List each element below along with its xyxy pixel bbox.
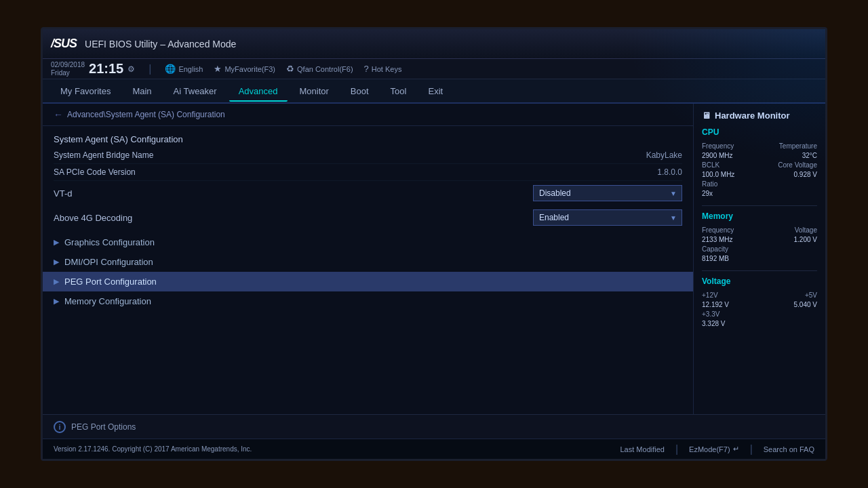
mem-volt-value: 1.200 V <box>794 236 817 243</box>
footer-actions: Last Modified | EzMode(F7) ↵ | Search on… <box>620 443 815 455</box>
cpu-section: CPU Frequency Temperature 2900 MHz 32°C … <box>702 127 817 197</box>
time-display: 21:15 <box>89 61 123 77</box>
cpu-corevolt-label: Core Voltage <box>778 161 817 169</box>
mem-volt-label: Voltage <box>795 226 817 234</box>
submenu-arrow-icon: ▶ <box>54 258 59 266</box>
search-faq-button[interactable]: Search on FAQ <box>764 445 814 453</box>
cpu-ratio-label: Ratio <box>702 180 717 188</box>
mem-cap-label: Capacity <box>702 245 728 253</box>
vtd-row: VT-d Disabled Enabled <box>54 181 682 205</box>
content-area: ← Advanced\System Agent (SA) Configurati… <box>43 104 825 414</box>
above4g-label: Above 4G Decoding <box>54 213 533 223</box>
volt-33-row: +3.3V <box>702 310 817 318</box>
vtd-label: VT-d <box>54 188 533 199</box>
vtd-dropdown[interactable]: Disabled Enabled <box>533 185 682 201</box>
nav-monitor[interactable]: Monitor <box>290 82 338 100</box>
hotkeys-item[interactable]: ? Hot Keys <box>364 64 402 74</box>
bios-title: UEFI BIOS Utility – Advanced Mode <box>85 39 817 49</box>
bios-header: /SUS UEFI BIOS Utility – Advanced Mode <box>43 29 825 59</box>
peg-config-label: PEG Port Configuration <box>64 277 157 287</box>
cpu-frequency-val-row: 2900 MHz 32°C <box>702 152 817 159</box>
peg-config-item[interactable]: ▶ PEG Port Configuration <box>43 272 693 291</box>
breadcrumb: ← Advanced\System Agent (SA) Configurati… <box>43 104 693 126</box>
volt-33-val-row: 3.328 V <box>702 320 817 327</box>
mem-freq-label: Frequency <box>702 226 734 234</box>
volt-12-val-row: 12.192 V 5.040 V <box>702 301 817 308</box>
status-bar: 02/09/2018 Friday 21:15 ⚙ | 🌐 English ★ … <box>43 59 825 79</box>
nav-exit[interactable]: Exit <box>418 82 452 100</box>
nav-ai-tweaker[interactable]: Ai Tweaker <box>164 82 226 100</box>
cpu-bclk-value: 100.0 MHz <box>702 171 734 178</box>
date-display: 02/09/2018 <box>51 61 85 69</box>
voltage-section: Voltage +12V +5V 12.192 V 5.040 V +3.3V … <box>702 277 817 327</box>
last-modified-label: Last Modified <box>620 445 665 453</box>
info-bar: i PEG Port Options <box>43 414 825 439</box>
breadcrumb-text: Advanced\System Agent (SA) Configuration <box>67 110 225 119</box>
nav-tool[interactable]: Tool <box>381 82 416 100</box>
bios-screen: /SUS UEFI BIOS Utility – Advanced Mode 0… <box>41 27 827 461</box>
memory-section-title: Memory <box>702 211 817 222</box>
settings-icon[interactable]: ⚙ <box>127 64 135 74</box>
last-modified-button[interactable]: Last Modified <box>620 445 665 453</box>
nav-menu: My Favorites Main Ai Tweaker Advanced Mo… <box>43 79 825 104</box>
cpu-ratio-value: 29x <box>702 190 713 197</box>
day-display: Friday <box>51 69 85 77</box>
info-icon: i <box>54 421 66 433</box>
hardware-monitor-panel: 🖥 Hardware Monitor CPU Frequency Tempera… <box>693 104 825 414</box>
cpu-section-title: CPU <box>702 127 817 138</box>
mem-cap-value: 8192 MB <box>702 255 729 262</box>
language-item[interactable]: 🌐 English <box>165 64 203 74</box>
bridge-name-label: System Agent Bridge Name <box>54 150 646 160</box>
mem-cap-val-row: 8192 MB <box>702 255 817 262</box>
cpu-corevolt-value: 0.928 V <box>794 171 817 178</box>
graphics-config-item[interactable]: ▶ Graphics Configuration <box>43 232 693 252</box>
cpu-frequency-row: Frequency Temperature <box>702 142 817 150</box>
mem-freq-row: Frequency Voltage <box>702 226 817 234</box>
volt-12-row: +12V +5V <box>702 291 817 299</box>
volt-33-value: 3.328 V <box>702 320 725 327</box>
cpu-ratio-val-row: 29x <box>702 190 817 197</box>
nav-main[interactable]: Main <box>123 82 161 100</box>
nav-advanced[interactable]: Advanced <box>229 82 288 102</box>
pcie-version-value: 1.8.0.0 <box>657 167 682 177</box>
memory-section: Memory Frequency Voltage 2133 MHz 1.200 … <box>702 211 817 262</box>
config-section: System Agent (SA) Configuration System A… <box>43 126 693 232</box>
pcie-version-row: SA PCIe Code Version 1.8.0.0 <box>54 164 682 181</box>
ezmode-button[interactable]: EzMode(F7) ↵ <box>689 445 739 453</box>
bridge-name-row: System Agent Bridge Name KabyLake <box>54 147 682 164</box>
cpu-bclk-label: BCLK <box>702 161 719 169</box>
cpu-temp-value: 32°C <box>802 152 817 159</box>
left-panel: ← Advanced\System Agent (SA) Configurati… <box>43 104 693 414</box>
section-title: System Agent (SA) Configuration <box>54 131 682 147</box>
pcie-version-label: SA PCIe Code Version <box>54 167 657 177</box>
dmi-config-item[interactable]: ▶ DMI/OPI Configuration <box>43 252 693 272</box>
submenu-arrow-icon: ▶ <box>54 277 59 286</box>
volt-12-label: +12V <box>702 291 718 299</box>
volt-12-value: 12.192 V <box>702 301 729 308</box>
cpu-freq-label: Frequency <box>702 142 734 150</box>
asus-logo: /SUS <box>51 37 77 51</box>
memory-config-item[interactable]: ▶ Memory Configuration <box>43 291 693 311</box>
nav-boot[interactable]: Boot <box>341 82 378 100</box>
myfavorite-item[interactable]: ★ MyFavorite(F3) <box>214 64 275 74</box>
above4g-dropdown[interactable]: Enabled Disabled <box>533 209 682 226</box>
ezmode-label: EzMode(F7) <box>689 445 730 453</box>
mem-freq-val-row: 2133 MHz 1.200 V <box>702 236 817 243</box>
dmi-config-label: DMI/OPI Configuration <box>64 257 153 267</box>
vtd-dropdown-wrapper: Disabled Enabled <box>533 185 682 201</box>
hw-monitor-title: 🖥 Hardware Monitor <box>702 110 817 121</box>
ezmode-icon: ↵ <box>733 445 739 453</box>
info-text: PEG Port Options <box>71 422 136 432</box>
graphics-config-label: Graphics Configuration <box>64 237 155 247</box>
submenu-arrow-icon: ▶ <box>54 297 59 306</box>
version-text: Version 2.17.1246. Copyright (C) 2017 Am… <box>54 445 252 453</box>
qfan-item[interactable]: ♻ Qfan Control(F6) <box>286 64 353 74</box>
cpu-freq-value: 2900 MHz <box>702 152 733 159</box>
nav-my-favorites[interactable]: My Favorites <box>51 82 120 100</box>
cpu-ratio-row: Ratio <box>702 180 817 188</box>
datetime: 02/09/2018 Friday 21:15 ⚙ <box>51 61 135 77</box>
above4g-dropdown-wrapper: Enabled Disabled <box>533 209 682 226</box>
back-arrow-icon[interactable]: ← <box>54 109 63 120</box>
memory-config-label: Memory Configuration <box>64 296 151 306</box>
cpu-bclk-val-row: 100.0 MHz 0.928 V <box>702 171 817 178</box>
